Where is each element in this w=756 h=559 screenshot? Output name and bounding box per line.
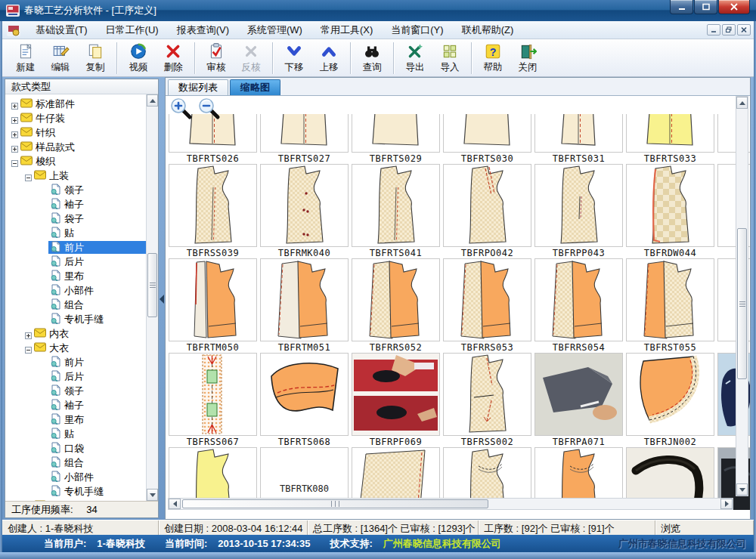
scroll-up-arrow[interactable] bbox=[736, 97, 748, 109]
thumbnail-cell[interactable]: TBFRTS030 bbox=[443, 114, 531, 164]
thumbnail-image[interactable] bbox=[352, 353, 440, 436]
scroll-up-arrow[interactable] bbox=[147, 94, 158, 107]
scroll-right-arrow[interactable] bbox=[720, 499, 733, 509]
tree-item[interactable]: 袖子 bbox=[5, 398, 146, 412]
toolbar-button-删除[interactable]: 删除 bbox=[156, 40, 191, 76]
thumbnail-cell[interactable]: TBFRTS031 bbox=[534, 114, 623, 164]
collapse-box-icon[interactable] bbox=[11, 158, 18, 165]
tree-item[interactable]: 专机手缝 bbox=[5, 312, 146, 326]
close-button[interactable] bbox=[718, 0, 750, 14]
tree-folder[interactable]: 梭织 bbox=[5, 154, 146, 168]
tree-item[interactable]: 专机手缝 bbox=[5, 484, 146, 499]
expand-box-icon[interactable] bbox=[11, 115, 18, 122]
thumbnail-image[interactable] bbox=[443, 114, 531, 153]
tree-folder[interactable]: 牛仔装 bbox=[5, 111, 146, 125]
thumbnail-cell[interactable]: TBFRRS054 bbox=[534, 258, 623, 353]
thumbnail-cell[interactable]: TBFRJN002 bbox=[626, 353, 714, 447]
tree-scrollbar[interactable] bbox=[146, 94, 158, 501]
thumbnail-cell[interactable]: TBFRTS033 bbox=[626, 114, 714, 164]
thumbnail-cell[interactable]: TBFRTS068 bbox=[260, 353, 349, 447]
scrollbar-thumb[interactable] bbox=[182, 499, 488, 508]
thumbnail-cell[interactable]: TBFRSS039 bbox=[169, 164, 257, 258]
thumbnail-image[interactable] bbox=[169, 353, 257, 436]
toolbar-button-审核[interactable]: 审核 bbox=[199, 40, 234, 76]
tree-item[interactable]: 后片 bbox=[5, 369, 146, 384]
thumbnail-cell[interactable]: TBFRRS053 bbox=[443, 258, 531, 353]
tree-folder[interactable]: 内衣 bbox=[5, 326, 146, 341]
tree-item[interactable]: 里布 bbox=[5, 269, 146, 283]
thumbnail-image[interactable] bbox=[260, 258, 349, 341]
tree-folder[interactable]: 样品款式 bbox=[5, 140, 146, 154]
thumbnail-image[interactable] bbox=[352, 114, 440, 153]
collapse-box-icon[interactable] bbox=[25, 344, 32, 351]
toolbar-button-上移[interactable]: 上移 bbox=[311, 40, 346, 76]
toolbar-button-帮助[interactable]: ?帮助 bbox=[476, 40, 510, 76]
vertical-scrollbar[interactable] bbox=[736, 96, 748, 496]
thumbnail-cell[interactable]: TBFRSS002 bbox=[443, 353, 531, 447]
tree-folder[interactable]: 针织 bbox=[5, 125, 146, 140]
scrollbar-thumb[interactable] bbox=[737, 228, 747, 379]
thumbnail-cell[interactable]: TBFRTS041 bbox=[352, 164, 440, 258]
toolbar-button-查询[interactable]: 查询 bbox=[355, 40, 389, 76]
scroll-left-arrow[interactable] bbox=[169, 499, 181, 509]
toolbar-button-视频[interactable]: 视频 bbox=[121, 40, 156, 76]
menu-item-1[interactable]: 日常工作(U) bbox=[97, 21, 168, 39]
thumbnail-cell[interactable]: TBFRPO042 bbox=[443, 164, 531, 258]
expand-box-icon[interactable] bbox=[11, 129, 18, 136]
tree-item[interactable]: 组合 bbox=[5, 298, 146, 312]
menu-item-3[interactable]: 系统管理(W) bbox=[238, 21, 311, 39]
thumbnail-cell[interactable]: TBFRST055 bbox=[626, 258, 714, 353]
thumbnail-cell[interactable]: TBFRTM051 bbox=[260, 258, 349, 353]
thumbnail-cell[interactable]: TBFRTS026 bbox=[169, 114, 257, 164]
thumbnail-cell[interactable]: TBFRDW044 bbox=[626, 164, 714, 258]
thumbnail-image[interactable] bbox=[260, 353, 349, 436]
mdi-minimize-button[interactable] bbox=[707, 24, 720, 36]
thumbnail-image[interactable] bbox=[260, 114, 349, 153]
thumbnail-image[interactable] bbox=[626, 353, 714, 436]
tree-item[interactable]: 小部件 bbox=[5, 470, 146, 484]
thumbnail-image[interactable] bbox=[260, 164, 349, 247]
zoom-in-button[interactable] bbox=[170, 97, 193, 120]
menu-item-5[interactable]: 当前窗口(Y) bbox=[382, 21, 452, 39]
thumbnail-image[interactable] bbox=[352, 164, 440, 247]
tree-item[interactable]: 里布 bbox=[5, 412, 146, 427]
thumbnail-image[interactable] bbox=[626, 164, 714, 247]
toolbar-button-导入[interactable]: 导入 bbox=[432, 40, 467, 76]
tree-item[interactable]: 袖子 bbox=[5, 197, 146, 212]
thumbnail-cell[interactable]: TBFRMK040 bbox=[260, 164, 349, 258]
toolbar-button-编辑[interactable]: 编辑 bbox=[43, 40, 78, 76]
thumbnail-cell[interactable]: TBFRSS067 bbox=[169, 353, 257, 447]
tree-folder[interactable]: 上装 bbox=[5, 168, 146, 183]
expand-box-icon[interactable] bbox=[11, 144, 18, 150]
expand-box-icon[interactable] bbox=[11, 100, 18, 107]
scrollbar-thumb[interactable] bbox=[147, 253, 157, 317]
menu-item-6[interactable]: 联机帮助(Z) bbox=[453, 21, 523, 39]
tree-item[interactable]: 领子 bbox=[5, 384, 146, 398]
menu-item-0[interactable]: 基础设置(T) bbox=[26, 21, 97, 39]
toolbar-button-下移[interactable]: 下移 bbox=[277, 40, 311, 76]
minimize-button[interactable] bbox=[670, 0, 693, 14]
tree-folder[interactable]: 标准部件 bbox=[5, 97, 146, 111]
thumbnail-cell[interactable]: TBFRPF069 bbox=[352, 353, 440, 447]
thumbnail-image[interactable] bbox=[534, 114, 623, 153]
thumbnail-cell[interactable]: TBFRPP043 bbox=[534, 164, 623, 258]
tree-item[interactable]: 贴 bbox=[5, 226, 146, 240]
thumbnail-image[interactable] bbox=[352, 258, 440, 341]
thumbnail-image[interactable] bbox=[443, 353, 531, 436]
panel-splitter[interactable] bbox=[159, 79, 165, 518]
tree-item[interactable]: 贴 bbox=[5, 427, 146, 441]
tree-item[interactable]: 小部件 bbox=[5, 283, 146, 298]
tab-data-list[interactable]: 数据列表 bbox=[168, 79, 228, 95]
toolbar-button-复制[interactable]: 复制 bbox=[78, 40, 113, 76]
collapse-box-icon[interactable] bbox=[25, 172, 32, 179]
zoom-out-button[interactable] bbox=[198, 97, 221, 120]
thumbnail-cell[interactable]: TBFRTM050 bbox=[169, 258, 257, 353]
thumbnail-image[interactable] bbox=[534, 353, 623, 436]
mdi-restore-button[interactable] bbox=[722, 24, 736, 36]
tree-item[interactable]: 后片 bbox=[5, 255, 146, 269]
mdi-close-button[interactable] bbox=[737, 24, 751, 36]
toolbar-button-关闭[interactable]: 关闭 bbox=[510, 40, 545, 76]
maximize-button[interactable] bbox=[694, 0, 717, 14]
tree-item-selected[interactable]: 前片 bbox=[5, 240, 146, 255]
tree-item[interactable]: 组合 bbox=[5, 456, 146, 470]
